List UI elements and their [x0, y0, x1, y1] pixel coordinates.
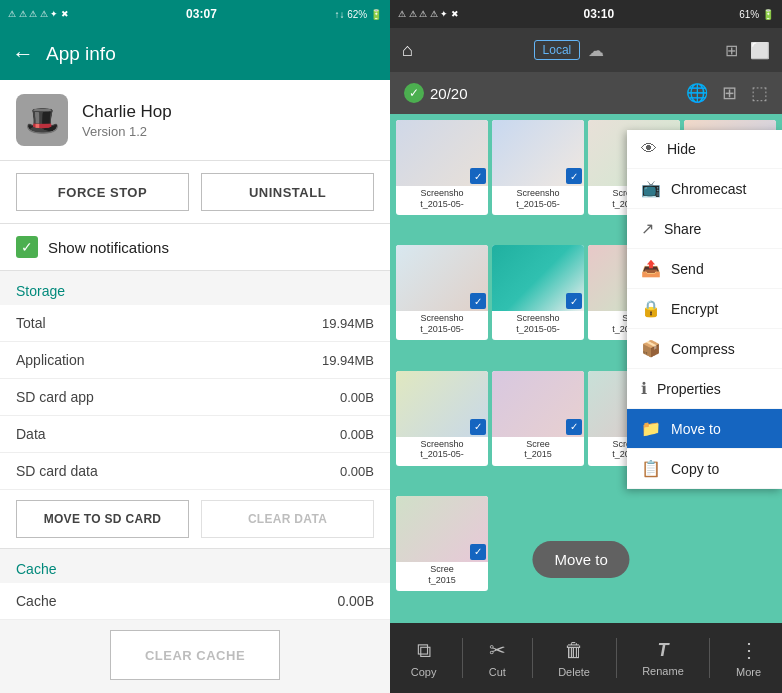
cache-label: Cache [16, 593, 56, 609]
status-bar-right: ⚠ ⚠ ⚠ ⚠ ✦ ✖ 03:10 61% 🔋 [390, 0, 782, 28]
storage-label-data: Data [16, 426, 46, 442]
move-to-bubble: Move to [532, 541, 629, 578]
toolbar-cut-label: Cut [489, 666, 506, 678]
toolbar-divider-2 [532, 638, 533, 678]
file-name: Screenshot_2015-05- [492, 186, 584, 212]
storage-label-sddata: SD card data [16, 463, 98, 479]
right-panel: ⚠ ⚠ ⚠ ⚠ ✦ ✖ 03:10 61% 🔋 ⌂ Local ☁ ⊞ ⬜ ✓ … [390, 0, 782, 693]
list-item[interactable]: ✓ Screenshot_2015-05- [396, 245, 488, 340]
select-all-check-circle[interactable]: ✓ [404, 83, 424, 103]
grid-icon[interactable]: ⊞ [725, 41, 738, 60]
toolbar-divider-4 [709, 638, 710, 678]
list-item[interactable]: ✓ Screet_2015 [492, 371, 584, 466]
file-name: Screet_2015 [492, 437, 584, 463]
list-item[interactable]: ✓ Screet_2015 [396, 496, 488, 591]
toolbar-rename[interactable]: T Rename [634, 640, 692, 677]
storage-row-sdapp: SD card app 0.00B [0, 379, 390, 416]
storage-buttons: MOVE TO SD CARD CLEAR DATA [0, 490, 390, 549]
file-name: Screenshot_2015-05- [492, 311, 584, 337]
storage-table: Total 19.94MB Application 19.94MB SD car… [0, 305, 390, 490]
top-bar-left: ← App info [0, 28, 390, 80]
status-icons-right: ⚠ ⚠ ⚠ ⚠ ✦ ✖ [398, 9, 459, 19]
status-battery-right: 61% 🔋 [739, 9, 774, 20]
compress-icon: 📦 [641, 339, 661, 358]
sub-bar-actions: 🌐 ⊞ ⬚ [686, 82, 768, 104]
menu-item-chromecast[interactable]: 📺 Chromecast [627, 169, 782, 209]
back-button[interactable]: ← [12, 41, 34, 67]
toolbar-copy-label: Copy [411, 666, 437, 678]
storage-value-sdapp: 0.00B [340, 390, 374, 405]
menu-item-move-to[interactable]: 📁 Move to [627, 409, 782, 449]
delete-icon: 🗑 [564, 639, 584, 662]
clear-data-button[interactable]: CLEAR DATA [201, 500, 374, 538]
storage-section-header: Storage [0, 271, 390, 305]
list-item[interactable]: ✓ Screenshot_2015-05- [396, 120, 488, 215]
list-item[interactable]: ✓ Screenshot_2015-05- [396, 371, 488, 466]
file-name: Screenshot_2015-05- [396, 437, 488, 463]
cache-row: Cache 0.00B [0, 583, 390, 620]
storage-value-app: 19.94MB [322, 353, 374, 368]
move-to-icon: 📁 [641, 419, 661, 438]
app-details: Charlie Hop Version 1.2 [82, 102, 172, 139]
menu-label-hide: Hide [667, 141, 696, 157]
select-all-area: ✓ 20/20 [404, 83, 468, 103]
menu-label-compress: Compress [671, 341, 735, 357]
menu-item-send[interactable]: 📤 Send [627, 249, 782, 289]
globe-icon[interactable]: 🌐 [686, 82, 708, 104]
hide-icon: 👁 [641, 140, 657, 158]
move-to-sd-button[interactable]: MOVE TO SD CARD [16, 500, 189, 538]
toolbar-delete[interactable]: 🗑 Delete [550, 639, 598, 678]
share-icon: ↗ [641, 219, 654, 238]
app-icon: 🎩 [16, 94, 68, 146]
home-icon[interactable]: ⌂ [402, 40, 413, 61]
select-icon[interactable]: ⬜ [750, 41, 770, 60]
menu-item-copy-to[interactable]: 📋 Copy to [627, 449, 782, 489]
menu-label-send: Send [671, 261, 704, 277]
toolbar-delete-label: Delete [558, 666, 590, 678]
toolbar-divider-1 [462, 638, 463, 678]
menu-item-share[interactable]: ↗ Share [627, 209, 782, 249]
send-icon: 📤 [641, 259, 661, 278]
storage-row-data: Data 0.00B [0, 416, 390, 453]
notification-label: Show notifications [48, 239, 169, 256]
status-time-left: 03:07 [186, 7, 217, 21]
menu-item-hide[interactable]: 👁 Hide [627, 130, 782, 169]
toolbar-copy[interactable]: ⧉ Copy [403, 639, 445, 678]
menu-item-compress[interactable]: 📦 Compress [627, 329, 782, 369]
storage-label-sdapp: SD card app [16, 389, 94, 405]
local-tag[interactable]: Local [534, 40, 581, 60]
file-name: Screenshot_2015-05- [396, 186, 488, 212]
copy-icon: ⧉ [417, 639, 431, 662]
storage-value-total: 19.94MB [322, 316, 374, 331]
app-icon-symbol: 🎩 [25, 104, 60, 137]
force-stop-button[interactable]: FORCE STOP [16, 173, 189, 211]
clear-cache-button[interactable]: CLEAR CACHE [110, 630, 280, 680]
file-top-bar: ⌂ Local ☁ ⊞ ⬜ [390, 28, 782, 72]
list-item[interactable]: ✓ Screenshot_2015-05- [492, 120, 584, 215]
toolbar-cut[interactable]: ✂ Cut [481, 638, 514, 678]
menu-label-copy-to: Copy to [671, 461, 719, 477]
toolbar-more[interactable]: ⋮ More [728, 638, 769, 678]
copy-to-icon: 📋 [641, 459, 661, 478]
uninstall-button[interactable]: UNINSTALL [201, 173, 374, 211]
list-item[interactable]: ✓ Screenshot_2015-05- [492, 245, 584, 340]
app-name: Charlie Hop [82, 102, 172, 122]
cloud-icon[interactable]: ☁ [588, 41, 604, 60]
toolbar-rename-label: Rename [642, 665, 684, 677]
cache-value: 0.00B [337, 593, 374, 609]
storage-value-data: 0.00B [340, 427, 374, 442]
top-bar-actions: ⊞ ⬜ [725, 41, 770, 60]
status-icons-left: ⚠ ⚠ ⚠ ⚠ ✦ ✖ [8, 9, 69, 19]
page-title: App info [46, 43, 116, 65]
menu-item-encrypt[interactable]: 🔒 Encrypt [627, 289, 782, 329]
properties-icon: ℹ [641, 379, 647, 398]
menu-label-move-to: Move to [671, 421, 721, 437]
crop-icon[interactable]: ⬚ [751, 82, 768, 104]
storage-value-sddata: 0.00B [340, 464, 374, 479]
notification-checkbox[interactable]: ✓ [16, 236, 38, 258]
menu-item-properties[interactable]: ℹ Properties [627, 369, 782, 409]
encrypt-icon: 🔒 [641, 299, 661, 318]
status-bar-left: ⚠ ⚠ ⚠ ⚠ ✦ ✖ 03:07 ↑↓ 62% 🔋 [0, 0, 390, 28]
grid2-icon[interactable]: ⊞ [722, 82, 737, 104]
toolbar-divider-3 [616, 638, 617, 678]
